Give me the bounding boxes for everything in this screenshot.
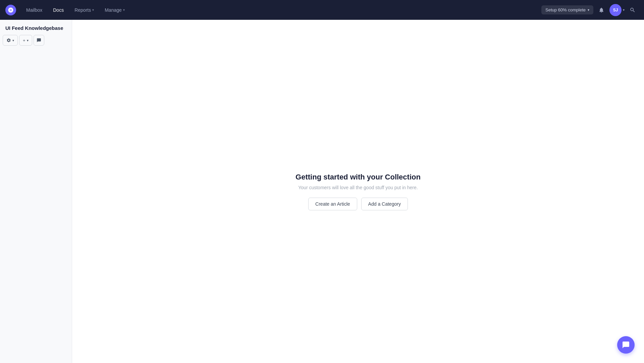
empty-state-title: Getting started with your Collection — [296, 173, 421, 182]
page-layout: UI Feed Knowledgebase ▾ + ▾ Getting star… — [0, 20, 644, 363]
settings-chevron-icon: ▾ — [12, 39, 14, 42]
chat-bubble-icon — [622, 341, 630, 349]
create-article-button[interactable]: Create an Article — [308, 198, 357, 210]
chat-icon — [37, 38, 41, 43]
add-button[interactable]: + ▾ — [19, 35, 32, 46]
account-menu-button[interactable]: SJ ▾ — [609, 4, 625, 16]
topnav-right-controls: Setup 60% complete ▾ SJ ▾ — [541, 4, 639, 16]
sidebar-title: UI Feed Knowledgebase — [0, 20, 72, 35]
gear-icon — [6, 38, 11, 43]
nav-docs[interactable]: Docs — [48, 5, 68, 15]
empty-state-subtitle: Your customers will love all the good st… — [298, 185, 418, 190]
add-category-button[interactable]: Add a Category — [361, 198, 408, 210]
nav-manage[interactable]: Manage ▾ — [100, 5, 129, 15]
user-avatar: SJ — [609, 4, 622, 16]
top-navigation: Mailbox Docs Reports ▾ Manage ▾ Setup 60… — [0, 0, 644, 20]
manage-chevron-icon: ▾ — [123, 8, 125, 12]
reports-chevron-icon: ▾ — [92, 8, 94, 12]
setup-progress-button[interactable]: Setup 60% complete ▾ — [541, 5, 593, 14]
setup-label: Setup 60% complete — [545, 7, 586, 12]
main-content: Getting started with your Collection You… — [72, 20, 644, 363]
add-chevron-icon: ▾ — [27, 39, 29, 42]
search-button[interactable] — [627, 4, 639, 16]
notifications-button[interactable] — [595, 4, 607, 16]
empty-state: Getting started with your Collection You… — [296, 173, 421, 210]
settings-button[interactable]: ▾ — [3, 35, 18, 46]
chat-widget-button[interactable] — [617, 336, 635, 354]
setup-chevron-icon: ▾ — [588, 8, 589, 12]
app-logo[interactable] — [5, 5, 16, 15]
sidebar-toolbar: ▾ + ▾ — [0, 35, 72, 50]
sidebar: UI Feed Knowledgebase ▾ + ▾ — [0, 20, 72, 363]
account-chevron-icon: ▾ — [623, 8, 625, 12]
nav-reports[interactable]: Reports ▾ — [70, 5, 99, 15]
nav-mailbox[interactable]: Mailbox — [21, 5, 47, 15]
empty-state-actions: Create an Article Add a Category — [308, 198, 408, 210]
chat-icon-button[interactable] — [34, 35, 44, 46]
